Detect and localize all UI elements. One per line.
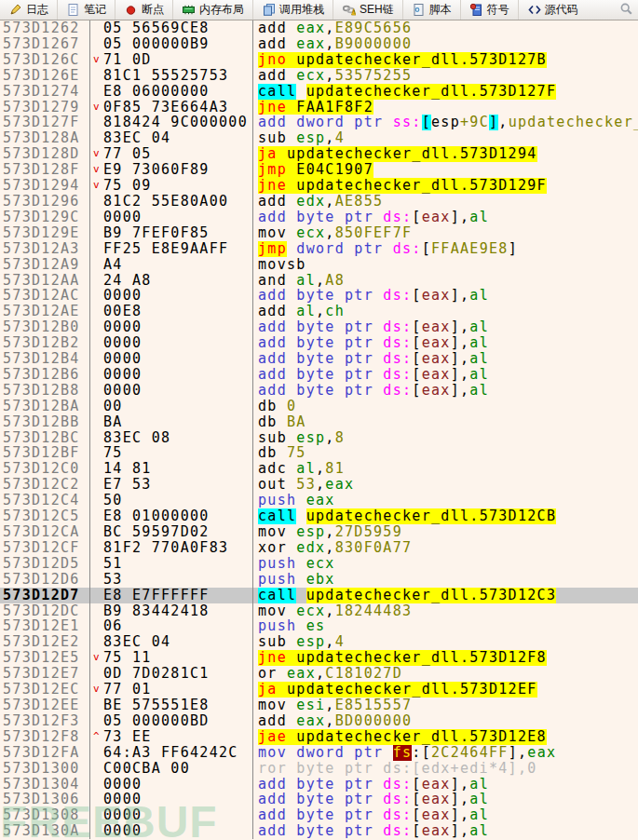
disasm-cell: db BA — [253, 414, 638, 430]
disasm-row[interactable]: 573D128Dv77 05ja updatechecker_dll.573D1… — [0, 146, 638, 162]
disasm-row[interactable]: 573D127F818424 9C000000add dword ptr ss:… — [0, 115, 638, 130]
bytes-cell: v75 09 — [90, 178, 253, 194]
opcode-bytes: 73 EE — [103, 729, 152, 745]
opcode-bytes: 0000 — [103, 319, 142, 335]
disasm-row[interactable]: 573D129681C2 55E80A00add edx,AE855 — [0, 194, 638, 210]
arrow-slot — [90, 508, 103, 524]
disasm-row[interactable]: 573D128FvE9 73060F89jmp E04C1907 — [0, 162, 638, 178]
disasm-row[interactable]: 573D12BC83EC 08sub esp,8 — [0, 430, 638, 446]
tab-breakpoints[interactable]: 断点 — [115, 0, 172, 20]
tab-memory-map[interactable]: 内存布局 — [172, 0, 252, 20]
disasm-row[interactable]: 573D126Cv71 0Djno updatechecker_dll.573D… — [0, 52, 638, 68]
jump-down-arrow-icon: v — [90, 146, 103, 162]
disasm-row[interactable]: 573D12E5v75 11jne updatechecker_dll.573D… — [0, 650, 638, 666]
address-cell: 573D12AC — [0, 288, 90, 304]
disasm-cell: add byte ptr ds:[eax],al — [253, 210, 638, 225]
disasm-row[interactable]: 573D13080000add byte ptr ds:[eax],al — [0, 807, 638, 823]
disasm-row[interactable]: 573D12B20000add byte ptr ds:[eax],al — [0, 335, 638, 351]
opcode-bytes: E8 E7FFFFFF — [103, 588, 210, 603]
tab-notes[interactable]: 笔记 — [57, 0, 115, 20]
address-cell: 573D12C5 — [0, 508, 90, 524]
opcode-bytes: BE 575551E8 — [103, 698, 210, 713]
disasm-row[interactable]: 573D126205 56569CE8add eax,E89C5656 — [0, 20, 638, 36]
disasm-row[interactable]: 573D1300C00CBA 00ror byte ptr ds:[edx+ed… — [0, 761, 638, 777]
disasm-row[interactable]: 573D12ECv77 01ja updatechecker_dll.573D1… — [0, 682, 638, 698]
disasm-row[interactable]: 573D13060000add byte ptr ds:[eax],al — [0, 792, 638, 807]
disasm-row[interactable]: 573D130A0000add byte ptr ds:[eax],al — [0, 823, 638, 839]
disasm-cell: add byte ptr ds:[eax],al — [253, 383, 638, 399]
arrow-slot — [90, 36, 103, 52]
disasm-row[interactable]: 573D12DCB9 83442418mov ecx,18244483 — [0, 603, 638, 619]
address-cell: 573D12BA — [0, 399, 90, 414]
log-icon — [8, 3, 22, 17]
disasm-cell: jne FAA1F8F2 — [253, 100, 638, 115]
disasm-row[interactable]: 573D12FA64:A3 FF64242Cmov dword ptr fs:[… — [0, 745, 638, 761]
disasm-row[interactable]: 573D1294v75 09jne updatechecker_dll.573D… — [0, 178, 638, 194]
address-cell: 573D12B6 — [0, 367, 90, 383]
disasm-row[interactable]: 573D13040000add byte ptr ds:[eax],al — [0, 777, 638, 793]
disasm-row[interactable]: 573D1274E8 06000000call updatechecker_dl… — [0, 84, 638, 100]
disasm-row[interactable]: 573D12C5E8 01000000call updatechecker_dl… — [0, 508, 638, 524]
address-cell: 573D1262 — [0, 20, 90, 36]
disasm-row[interactable]: 573D12E106push es — [0, 618, 638, 634]
disasm-cell: sub esp,8 — [253, 430, 638, 446]
bytes-cell: 81C2 55E80A00 — [90, 194, 253, 210]
tab-seh-chain[interactable]: !SEH链 — [333, 0, 402, 20]
disasm-row[interactable]: 573D12BA00db 0 — [0, 399, 638, 414]
disasm-row[interactable]: 573D129EB9 7FEF0F85mov ecx,850FEF7F — [0, 225, 638, 241]
arrow-slot — [90, 210, 103, 225]
opcode-bytes: 50 — [103, 493, 123, 508]
disasm-row[interactable]: 573D12C450push eax — [0, 493, 638, 508]
disasm-row[interactable]: 573D12E283EC 04sub esp,4 — [0, 634, 638, 650]
disasm-row[interactable]: 573D12CABC 59597D02mov esp,27D5959 — [0, 524, 638, 540]
disasm-row[interactable]: 573D128A83EC 04sub esp,4 — [0, 130, 638, 146]
tab-call-stack[interactable]: 调用堆栈 — [252, 0, 333, 20]
disasm-row[interactable]: 573D12AA24 A8and al,A8 — [0, 273, 638, 289]
disasm-row[interactable]: 573D12A9A4movsb — [0, 257, 638, 273]
disasm-cell: movsb — [253, 257, 638, 273]
disasm-row[interactable]: 573D12CF81F2 770A0F83xor edx,830F0A77 — [0, 540, 638, 556]
bytes-cell: C00CBA 00 — [90, 761, 253, 777]
disasm-row[interactable]: 573D12F8^73 EEjae updatechecker_dll.573D… — [0, 729, 638, 745]
bytes-cell: 75 — [90, 445, 253, 461]
disasm-row[interactable]: 573D12B40000add byte ptr ds:[eax],al — [0, 351, 638, 367]
tab-symbols[interactable]: 符号 — [460, 0, 518, 20]
disasm-row[interactable]: 573D12D653push ebx — [0, 572, 638, 588]
disasm-row[interactable]: 573D12BBBAdb BA — [0, 414, 638, 430]
disasm-row[interactable]: 573D12D551push ecx — [0, 556, 638, 572]
disasm-row[interactable]: 573D12AC0000add byte ptr ds:[eax],al — [0, 288, 638, 304]
tab-label: 笔记 — [84, 2, 106, 18]
disasm-row[interactable]: 573D12AE00E8add al,ch — [0, 304, 638, 319]
disasm-row[interactable]: 573D12BF75db 75 — [0, 445, 638, 461]
disasm-row[interactable]: 573D12B80000add byte ptr ds:[eax],al — [0, 383, 638, 399]
disasm-row[interactable]: 573D12B60000add byte ptr ds:[eax],al — [0, 367, 638, 383]
disasm-cell: add byte ptr ds:[eax],al — [253, 288, 638, 304]
disasm-row[interactable]: 573D12F305 000000BDadd eax,BD000000 — [0, 713, 638, 729]
disasm-row[interactable]: 573D12EEBE 575551E8mov esi,E8515557 — [0, 698, 638, 713]
address-cell: 573D12BB — [0, 414, 90, 430]
bytes-cell: ^73 EE — [90, 729, 253, 745]
opcode-bytes: BC 59597D02 — [103, 524, 210, 540]
opcode-bytes: 06 — [103, 618, 123, 634]
disasm-row[interactable]: 573D126705 000000B9add eax,B9000000 — [0, 36, 638, 52]
disasm-row[interactable]: 573D12B00000add byte ptr ds:[eax],al — [0, 319, 638, 335]
tab-script[interactable]: 脚本 — [402, 0, 460, 20]
disasm-cell: push ecx — [253, 556, 638, 572]
disasm-row[interactable]: 573D12C014 81adc al,81 — [0, 461, 638, 477]
disasm-row[interactable]: 573D12A3FF25 E8E9AAFFjmp dword ptr ds:[F… — [0, 241, 638, 257]
tab-source[interactable]: 源代码 — [518, 0, 587, 20]
disasm-row[interactable]: 573D12C2E7 53out 53,eax — [0, 477, 638, 493]
disasm-row[interactable]: 573D126E81C1 55525753add ecx,53575255 — [0, 68, 638, 84]
bytes-cell: B9 7FEF0F85 — [90, 225, 253, 241]
disassembly-view[interactable]: 573D126205 56569CE8add eax,E89C5656573D1… — [0, 20, 638, 840]
disasm-row[interactable]: 573D12E70D 7D0281C1or eax,C181027D — [0, 666, 638, 682]
disasm-row-selected[interactable]: 573D12D7E8 E7FFFFFFcall updatechecker_dl… — [0, 588, 638, 603]
disasm-row[interactable]: 573D1279v0F85 73E664A3jne FAA1F8F2 — [0, 100, 638, 115]
disasm-cell: add byte ptr ds:[eax],al — [253, 777, 638, 793]
address-cell: 573D129C — [0, 210, 90, 225]
search-button[interactable] — [615, 0, 638, 20]
opcode-bytes: 0000 — [103, 792, 142, 807]
disasm-row[interactable]: 573D129C0000add byte ptr ds:[eax],al — [0, 210, 638, 225]
tab-log[interactable]: 日志 — [0, 0, 57, 20]
arrow-slot — [90, 461, 103, 477]
